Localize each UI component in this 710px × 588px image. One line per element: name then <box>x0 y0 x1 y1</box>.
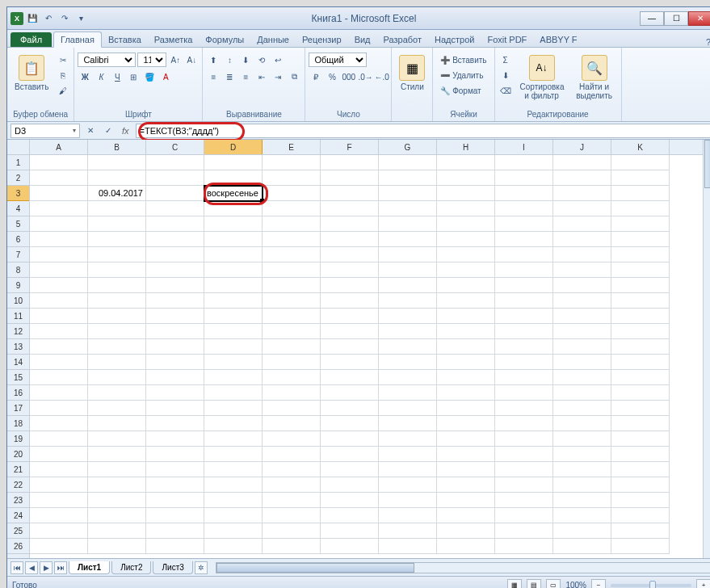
zoom-in-button[interactable]: + <box>696 579 710 589</box>
cell-I22[interactable] <box>495 477 553 493</box>
row-header-24[interactable]: 24 <box>7 508 29 523</box>
cell-G7[interactable] <box>379 247 437 262</box>
cell-I4[interactable] <box>495 201 553 216</box>
cell-G25[interactable] <box>379 523 437 539</box>
cell-J17[interactable] <box>553 401 611 416</box>
maximize-button[interactable]: ☐ <box>664 11 688 26</box>
cell-I6[interactable] <box>495 232 553 247</box>
cell-G5[interactable] <box>379 216 437 232</box>
cell-K2[interactable] <box>611 170 670 186</box>
select-all-corner[interactable] <box>7 140 29 155</box>
cell-C7[interactable] <box>146 247 204 262</box>
cell-J2[interactable] <box>553 170 611 186</box>
cell-K9[interactable] <box>611 278 670 293</box>
cell-D16[interactable] <box>204 385 263 401</box>
cell-I5[interactable] <box>495 216 553 232</box>
cell-B2[interactable] <box>88 170 146 186</box>
font-color-button[interactable]: A <box>158 69 173 84</box>
column-header-D[interactable]: D <box>204 140 263 154</box>
cell-F22[interactable] <box>321 477 379 493</box>
cell-J15[interactable] <box>553 370 611 385</box>
cell-J6[interactable] <box>553 232 611 247</box>
cell-B9[interactable] <box>88 278 146 293</box>
sort-filter-button[interactable]: A↓ Сортировка и фильтр <box>516 52 568 103</box>
cell-E20[interactable] <box>263 447 321 462</box>
column-header-J[interactable]: J <box>553 140 611 154</box>
cell-F11[interactable] <box>321 309 379 324</box>
cell-A15[interactable] <box>30 370 88 385</box>
cell-C16[interactable] <box>146 385 204 401</box>
align-right-button[interactable]: ≡ <box>238 69 253 84</box>
fill-button[interactable]: ⬇ <box>498 68 513 82</box>
cell-J7[interactable] <box>553 247 611 262</box>
tab-review[interactable]: Рецензир <box>296 32 348 47</box>
cell-K17[interactable] <box>611 401 670 416</box>
cell-I7[interactable] <box>495 247 553 262</box>
cell-J12[interactable] <box>553 324 611 339</box>
decrease-indent-button[interactable]: ⇤ <box>254 69 269 84</box>
row-header-21[interactable]: 21 <box>7 462 29 477</box>
cell-A7[interactable] <box>30 247 88 262</box>
cell-C25[interactable] <box>146 523 204 539</box>
cell-F25[interactable] <box>321 523 379 539</box>
cell-C22[interactable] <box>146 477 204 493</box>
find-select-button[interactable]: 🔍 Найти и выделить <box>571 52 618 103</box>
cell-C8[interactable] <box>146 262 204 278</box>
row-header-7[interactable]: 7 <box>7 247 29 262</box>
cell-D9[interactable] <box>204 278 263 293</box>
cell-J18[interactable] <box>553 416 611 431</box>
column-header-I[interactable]: I <box>495 140 553 154</box>
currency-button[interactable]: ₽ <box>309 69 323 84</box>
tab-view[interactable]: Вид <box>348 32 377 47</box>
cell-E13[interactable] <box>263 339 321 355</box>
column-header-C[interactable]: C <box>146 140 204 154</box>
cell-J11[interactable] <box>553 309 611 324</box>
tab-insert[interactable]: Вставка <box>102 32 148 47</box>
align-bottom-button[interactable]: ⬇ <box>238 52 253 67</box>
cell-I3[interactable] <box>495 186 553 201</box>
wrap-text-button[interactable]: ↩ <box>271 52 285 67</box>
cell-I12[interactable] <box>495 324 553 339</box>
cell-H15[interactable] <box>437 370 495 385</box>
cell-B8[interactable] <box>88 262 146 278</box>
cell-J23[interactable] <box>553 493 611 508</box>
cell-K16[interactable] <box>611 385 670 401</box>
cell-H11[interactable] <box>437 309 495 324</box>
cell-E18[interactable] <box>263 416 321 431</box>
row-header-20[interactable]: 20 <box>7 447 29 462</box>
cell-C18[interactable] <box>146 416 204 431</box>
cell-A17[interactable] <box>30 401 88 416</box>
cell-F18[interactable] <box>321 416 379 431</box>
column-header-B[interactable]: B <box>88 140 146 154</box>
column-header-G[interactable]: G <box>379 140 437 154</box>
row-header-14[interactable]: 14 <box>7 355 29 370</box>
cell-F7[interactable] <box>321 247 379 262</box>
cell-C9[interactable] <box>146 278 204 293</box>
cell-K5[interactable] <box>611 216 670 232</box>
cell-G21[interactable] <box>379 462 437 477</box>
cell-J22[interactable] <box>553 477 611 493</box>
cell-J21[interactable] <box>553 462 611 477</box>
cell-H17[interactable] <box>437 401 495 416</box>
cell-A12[interactable] <box>30 324 88 339</box>
delete-cells-button[interactable]: ➖ Удалить <box>436 68 487 82</box>
cell-A11[interactable] <box>30 309 88 324</box>
cell-A3[interactable] <box>30 186 88 201</box>
cell-H7[interactable] <box>437 247 495 262</box>
row-header-23[interactable]: 23 <box>7 493 29 508</box>
zoom-thumb[interactable] <box>649 581 656 589</box>
cell-K1[interactable] <box>611 155 670 170</box>
cell-I16[interactable] <box>495 385 553 401</box>
row-header-15[interactable]: 15 <box>7 370 29 385</box>
cell-A6[interactable] <box>30 232 88 247</box>
cell-B18[interactable] <box>88 416 146 431</box>
cell-E3[interactable] <box>263 186 321 201</box>
cell-E1[interactable] <box>263 155 321 170</box>
column-header-H[interactable]: H <box>437 140 495 154</box>
cell-D13[interactable] <box>204 339 263 355</box>
cell-D3[interactable]: воскресенье <box>204 186 263 201</box>
cell-B6[interactable] <box>88 232 146 247</box>
cell-J25[interactable] <box>553 523 611 539</box>
bold-button[interactable]: Ж <box>78 69 92 84</box>
font-name-select[interactable]: Calibri <box>78 52 136 67</box>
